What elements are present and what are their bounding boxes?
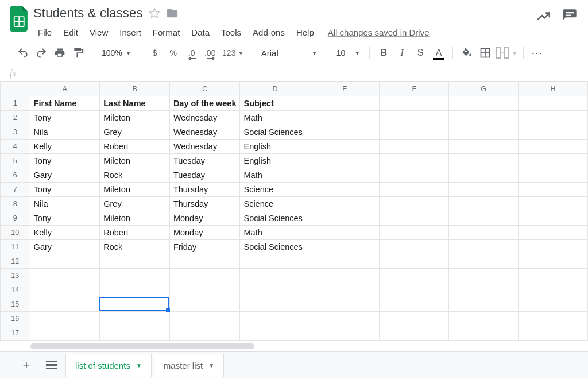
cell[interactable]: [380, 111, 449, 125]
cell[interactable]: [380, 297, 449, 312]
fill-color-button[interactable]: [459, 44, 475, 61]
row-header[interactable]: 14: [1, 283, 30, 297]
cell[interactable]: [310, 125, 380, 140]
cell[interactable]: [310, 154, 380, 168]
cell[interactable]: Tony: [30, 111, 100, 125]
cell[interactable]: Robert: [100, 140, 170, 154]
row-header[interactable]: 6: [1, 168, 30, 183]
sheet-tab-other[interactable]: master list ▼: [154, 354, 224, 377]
cell[interactable]: [310, 226, 380, 240]
undo-button[interactable]: [15, 44, 31, 61]
cell[interactable]: Tony: [30, 183, 100, 197]
cell[interactable]: [380, 96, 449, 111]
merge-cells-button[interactable]: ▼: [496, 44, 517, 61]
cell[interactable]: [519, 283, 588, 297]
cell[interactable]: [519, 140, 588, 154]
row-header[interactable]: 3: [1, 125, 30, 140]
cell[interactable]: [519, 111, 588, 125]
cell[interactable]: [30, 269, 100, 283]
row-header[interactable]: 17: [1, 326, 30, 341]
cell[interactable]: [449, 111, 519, 125]
row-header[interactable]: 4: [1, 140, 30, 154]
cell[interactable]: [519, 297, 588, 312]
spreadsheet-grid[interactable]: ABCDEFGH 1First NameLast NameDay of the …: [0, 82, 588, 351]
cell[interactable]: [519, 269, 588, 283]
cell[interactable]: [449, 197, 519, 211]
menu-tools[interactable]: Tools: [215, 25, 247, 40]
row-header[interactable]: 15: [1, 297, 30, 312]
cell[interactable]: [100, 283, 170, 297]
cell[interactable]: Mileton: [100, 111, 170, 125]
cell[interactable]: [310, 183, 380, 197]
row-header[interactable]: 16: [1, 312, 30, 326]
menu-edit[interactable]: Edit: [57, 25, 84, 40]
star-icon[interactable]: [149, 7, 160, 19]
row-header[interactable]: 12: [1, 254, 30, 269]
cell[interactable]: [310, 211, 380, 226]
cell[interactable]: [30, 326, 100, 341]
cell[interactable]: [449, 254, 519, 269]
cell[interactable]: Wednesday: [169, 111, 240, 125]
cell[interactable]: Grey: [100, 125, 170, 140]
menu-data[interactable]: Data: [185, 25, 215, 40]
format-percent-button[interactable]: %: [165, 44, 181, 61]
cell[interactable]: [449, 211, 519, 226]
menu-format[interactable]: Format: [147, 25, 186, 40]
cell[interactable]: [449, 269, 519, 283]
cell[interactable]: [519, 240, 588, 254]
cell[interactable]: [310, 168, 380, 183]
cell[interactable]: Wednesday: [169, 140, 240, 154]
cell[interactable]: Math: [240, 111, 310, 125]
cell[interactable]: [240, 297, 310, 312]
menu-help[interactable]: Help: [291, 25, 320, 40]
cell[interactable]: Thursday: [169, 183, 240, 197]
italic-button[interactable]: I: [394, 44, 410, 61]
cell[interactable]: [30, 312, 100, 326]
comments-icon[interactable]: [562, 8, 578, 24]
cell[interactable]: [100, 297, 170, 312]
cell[interactable]: [519, 226, 588, 240]
chevron-down-icon[interactable]: ▼: [136, 362, 142, 369]
cell[interactable]: [519, 168, 588, 183]
cell[interactable]: Tuesday: [169, 154, 240, 168]
cell[interactable]: [380, 326, 449, 341]
cell[interactable]: [380, 168, 449, 183]
print-button[interactable]: [52, 44, 68, 61]
cell[interactable]: [100, 254, 170, 269]
open-trend-icon[interactable]: [536, 9, 551, 24]
cell[interactable]: Nila: [30, 197, 100, 211]
sheet-tab-active[interactable]: list of students ▼: [65, 354, 152, 377]
cell[interactable]: [519, 125, 588, 140]
cell[interactable]: [380, 283, 449, 297]
more-toolbar-button[interactable]: ⋯: [529, 44, 546, 61]
cell[interactable]: Gary: [30, 240, 100, 254]
format-currency-button[interactable]: $: [147, 44, 163, 61]
cell[interactable]: [449, 312, 519, 326]
cell[interactable]: Robert: [100, 226, 170, 240]
cell[interactable]: First Name: [30, 96, 100, 111]
cell[interactable]: [449, 140, 519, 154]
document-title[interactable]: Students & classes: [32, 6, 143, 21]
cell[interactable]: [380, 140, 449, 154]
cell[interactable]: [449, 125, 519, 140]
cell[interactable]: [169, 297, 240, 312]
cell[interactable]: Mileton: [100, 211, 170, 226]
cell[interactable]: [240, 269, 310, 283]
cell[interactable]: [30, 283, 100, 297]
cell[interactable]: Tuesday: [169, 168, 240, 183]
column-header[interactable]: H: [519, 82, 588, 96]
cell[interactable]: [380, 240, 449, 254]
cell[interactable]: [380, 183, 449, 197]
row-header[interactable]: 9: [1, 211, 30, 226]
menu-insert[interactable]: Insert: [114, 25, 147, 40]
cell[interactable]: Rock: [100, 168, 170, 183]
cell[interactable]: English: [240, 140, 310, 154]
cell[interactable]: [449, 283, 519, 297]
cell[interactable]: [169, 326, 240, 341]
cell[interactable]: [519, 197, 588, 211]
column-header[interactable]: C: [169, 82, 240, 96]
cell[interactable]: [380, 254, 449, 269]
cell[interactable]: Science: [240, 183, 310, 197]
select-all-corner[interactable]: [1, 82, 30, 96]
row-header[interactable]: 11: [1, 240, 30, 254]
